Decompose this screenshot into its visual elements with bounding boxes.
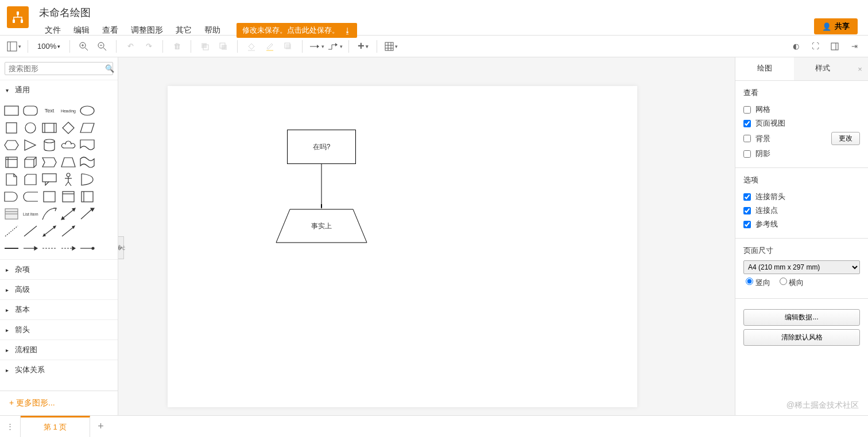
shape-parallelogram[interactable] [79, 120, 95, 135]
shape-dirline[interactable] [60, 224, 77, 239]
shape-blank5[interactable] [98, 172, 114, 187]
shape-card[interactable] [22, 172, 39, 187]
delete-icon[interactable]: 🗑 [169, 38, 185, 54]
orientation-landscape[interactable]: 横向 [780, 278, 804, 288]
shape-blank9[interactable] [98, 224, 114, 239]
shape-blank10[interactable] [98, 241, 114, 256]
format-panel-icon[interactable] [827, 38, 843, 54]
shape-link2[interactable] [22, 241, 39, 256]
shape-list[interactable] [3, 206, 20, 221]
shape-container[interactable] [41, 189, 58, 204]
node-trapezoid-1[interactable]: 事实上 [276, 209, 367, 243]
shape-search[interactable]: 🔍 [5, 62, 113, 75]
canvas[interactable]: �ċ 在吗? 事实上 [118, 57, 735, 415]
shape-heading[interactable]: Heading [60, 103, 77, 118]
shape-rect[interactable] [3, 103, 20, 118]
fill-color-icon[interactable] [243, 38, 259, 54]
shape-biarrow[interactable] [60, 206, 77, 221]
shape-cloud[interactable] [60, 138, 77, 153]
clear-style-button[interactable]: 清除默认风格 [743, 329, 860, 346]
theme-icon[interactable]: ◐ [788, 38, 804, 54]
opt-guides[interactable]: 参考线 [743, 217, 860, 231]
opt-pageview[interactable]: 页面视图 [743, 116, 860, 130]
opt-conn-arrows[interactable]: 连接箭头 [743, 190, 860, 204]
connection-icon[interactable]: ▾ [308, 38, 324, 54]
shape-diamond[interactable] [60, 120, 77, 135]
shape-blank4[interactable] [98, 155, 114, 170]
menu-edit[interactable]: 编辑 [68, 24, 95, 37]
shape-cube[interactable] [22, 155, 39, 170]
close-panel-icon[interactable]: × [852, 57, 868, 80]
category-misc[interactable]: ▸杂项 [0, 259, 118, 279]
add-page-icon[interactable]: + [90, 416, 111, 437]
category-basic[interactable]: ▸基本 [0, 299, 118, 319]
shape-arrow[interactable] [79, 206, 95, 221]
document-title[interactable]: 未命名绘图 [39, 0, 868, 19]
shape-note[interactable] [3, 172, 20, 187]
shape-frame-h[interactable] [60, 189, 77, 204]
shape-cylinder[interactable] [41, 138, 58, 153]
opt-background-check[interactable] [743, 135, 751, 142]
shape-actor[interactable] [60, 172, 77, 187]
opt-shadow[interactable]: 阴影 [743, 147, 860, 161]
share-button[interactable]: 👤 共享 [814, 18, 858, 34]
sidebar-toggle[interactable]: ▾ [6, 38, 22, 54]
shape-process[interactable] [41, 120, 58, 135]
undo-icon[interactable]: ↶ [122, 38, 138, 54]
page-tab-1[interactable]: 第 1 页 [21, 416, 90, 437]
page-menu-icon[interactable]: ⋮ [0, 416, 21, 437]
shape-and[interactable] [3, 189, 20, 204]
search-icon[interactable]: 🔍 [105, 64, 114, 73]
shape-blank[interactable] [98, 103, 114, 118]
zoom-level[interactable]: 100%▾ [34, 42, 64, 50]
opt-conn-points[interactable]: 连接点 [743, 204, 860, 217]
shape-circle[interactable] [22, 120, 39, 135]
tab-style[interactable]: 样式 [794, 57, 852, 80]
shape-frame-v[interactable] [79, 189, 95, 204]
category-advanced[interactable]: ▸高级 [0, 279, 118, 299]
category-arrows[interactable]: ▸箭头 [0, 319, 118, 340]
shape-blank8[interactable] [79, 224, 95, 239]
menu-view[interactable]: 查看 [96, 24, 124, 37]
unsaved-badge[interactable]: 修改未保存。点击此处保存。 ⭳ [237, 23, 357, 38]
redo-icon[interactable]: ↷ [141, 38, 157, 54]
fullscreen-icon[interactable]: ⛶ [807, 38, 823, 54]
connector-1[interactable] [321, 164, 322, 209]
zoom-in-icon[interactable] [76, 38, 92, 54]
shape-blank6[interactable] [98, 189, 114, 204]
shape-link4[interactable] [60, 241, 77, 256]
shape-line[interactable] [22, 224, 39, 239]
tab-diagram[interactable]: 绘图 [735, 57, 794, 80]
table-icon[interactable]: ▾ [383, 38, 399, 54]
line-color-icon[interactable] [262, 38, 278, 54]
shape-document[interactable] [79, 138, 95, 153]
orientation-portrait[interactable]: 竖向 [746, 278, 770, 288]
sidebar-splitter[interactable]: �ċ [118, 236, 124, 259]
shape-listitem[interactable]: List Item [22, 206, 39, 221]
edit-data-button[interactable]: 编辑数据... [743, 309, 860, 326]
shape-step[interactable] [41, 155, 58, 170]
shape-or[interactable] [79, 172, 95, 187]
shape-internal-storage[interactable] [3, 155, 20, 170]
shape-link5[interactable] [79, 241, 95, 256]
category-er[interactable]: ▸实体关系 [0, 360, 118, 380]
menu-extras[interactable]: 其它 [170, 24, 197, 37]
page[interactable]: 在吗? 事实上 [168, 86, 637, 407]
insert-icon[interactable]: +▾ [355, 38, 371, 54]
search-input[interactable] [9, 64, 105, 73]
shape-text[interactable]: Text [41, 103, 58, 118]
category-general[interactable]: ▾通用 [0, 80, 118, 100]
shape-tape[interactable] [79, 155, 95, 170]
node-rect-1[interactable]: 在吗? [287, 130, 356, 164]
change-bg-button[interactable]: 更改 [831, 132, 860, 145]
shadow-icon[interactable] [280, 38, 296, 54]
more-shapes[interactable]: + 更多图形... [0, 391, 118, 415]
waypoint-icon[interactable]: ▾ [327, 38, 343, 54]
shape-roundrect[interactable] [22, 103, 39, 118]
shape-dashline[interactable] [3, 224, 20, 239]
menu-help[interactable]: 帮助 [199, 24, 226, 37]
shape-biline[interactable] [41, 224, 58, 239]
shape-ellipse[interactable] [79, 103, 95, 118]
shape-link1[interactable] [3, 241, 20, 256]
shape-callout[interactable] [41, 172, 58, 187]
